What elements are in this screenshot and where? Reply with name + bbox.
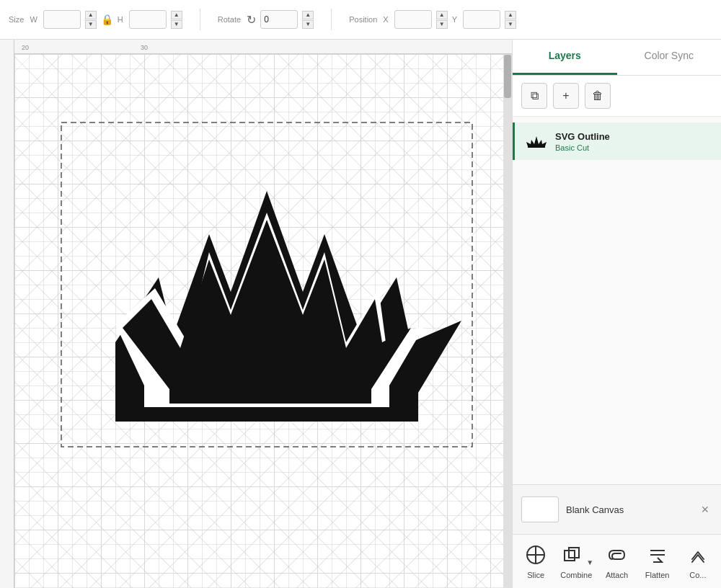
layer-info: SVG Outline Basic Cut — [555, 131, 610, 152]
rotate-down[interactable]: ▼ — [302, 20, 314, 29]
height-spinner[interactable]: ▲ ▼ — [171, 11, 182, 29]
layer-type: Basic Cut — [555, 143, 610, 152]
width-up[interactable]: ▲ — [85, 11, 97, 19]
more-icon — [685, 542, 711, 568]
x-down[interactable]: ▼ — [436, 20, 448, 29]
y-spinner[interactable]: ▲ ▼ — [505, 11, 516, 29]
combine-icon — [559, 542, 585, 568]
height-down[interactable]: ▼ — [171, 20, 182, 29]
x-up[interactable]: ▲ — [436, 11, 448, 19]
width-input[interactable] — [43, 10, 81, 29]
blank-canvas-panel: Blank Canvas ✕ — [513, 484, 721, 534]
combine-button[interactable]: ▼ Combine — [557, 542, 595, 579]
y-label: Y — [452, 15, 457, 24]
top-toolbar: Size W ▲ ▼ 🔒 H ▲ ▼ Rotate ↻ ▲ ▼ Position… — [0, 0, 721, 40]
size-label: Size — [9, 15, 24, 24]
copy-icon: ⧉ — [531, 89, 539, 102]
tab-colorsync-label: Color Sync — [645, 50, 694, 61]
ruler-vertical — [0, 40, 14, 588]
panel-toolbar: ⧉ + 🗑 — [513, 76, 721, 117]
tabs: Layers Color Sync — [513, 40, 721, 76]
ruler-h-mark-30: 30 — [141, 44, 148, 51]
copy-layer-button[interactable]: ⧉ — [521, 83, 547, 109]
add-icon: + — [562, 89, 569, 102]
more-label: Co... — [689, 571, 706, 579]
main-area: 20 30 — [0, 40, 721, 588]
ruler-horizontal: 20 30 — [0, 40, 512, 54]
tab-layers-label: Layers — [549, 50, 581, 61]
y-down[interactable]: ▼ — [505, 20, 516, 29]
blank-canvas-label: Blank Canvas — [566, 504, 624, 515]
width-spinner[interactable]: ▲ ▼ — [85, 11, 97, 29]
crown-svg[interactable] — [58, 119, 476, 450]
x-label: X — [383, 15, 388, 24]
slice-icon — [523, 542, 549, 568]
blank-canvas-row[interactable]: Blank Canvas ✕ — [521, 492, 712, 527]
blank-canvas-thumbnail — [521, 496, 559, 522]
flatten-label: Flatten — [645, 571, 670, 579]
sep2 — [331, 9, 332, 30]
height-input[interactable] — [129, 10, 167, 29]
y-input[interactable] — [463, 10, 500, 29]
delete-layer-button[interactable]: 🗑 — [585, 83, 611, 109]
x-input[interactable] — [394, 10, 432, 29]
add-layer-button[interactable]: + — [553, 83, 579, 109]
rotate-group: Rotate ↻ ▲ ▼ — [218, 10, 314, 29]
x-spinner[interactable]: ▲ ▼ — [436, 11, 448, 29]
flatten-button[interactable]: Flatten — [639, 542, 676, 579]
layer-name: SVG Outline — [555, 131, 610, 142]
slice-button[interactable]: Slice — [517, 542, 554, 579]
crown-container[interactable] — [58, 119, 476, 450]
canvas-content[interactable] — [14, 54, 503, 588]
attach-icon — [603, 542, 629, 568]
sep1 — [200, 9, 200, 30]
height-up[interactable]: ▲ — [171, 11, 182, 19]
slice-label: Slice — [527, 571, 544, 579]
width-down[interactable]: ▼ — [85, 20, 97, 29]
rotate-up[interactable]: ▲ — [302, 11, 314, 19]
bottom-actions-bar: Slice ▼ Combine — [513, 534, 721, 588]
more-button[interactable]: Co... — [679, 542, 717, 579]
layers-list: SVG Outline Basic Cut — [513, 117, 721, 484]
right-panel: Layers Color Sync ⧉ + 🗑 — [512, 40, 721, 588]
rotate-spinner[interactable]: ▲ ▼ — [302, 11, 314, 29]
rotate-input[interactable] — [260, 10, 298, 29]
combine-label: Combine — [560, 571, 592, 579]
layer-thumbnail — [525, 130, 548, 153]
lock-icon[interactable]: 🔒 — [101, 14, 113, 25]
attach-label: Attach — [606, 571, 628, 579]
combine-arrow[interactable]: ▼ — [586, 558, 593, 566]
layer-item-svg-outline[interactable]: SVG Outline Basic Cut — [513, 122, 721, 160]
scrollbar-vertical[interactable] — [503, 54, 512, 588]
w-label: W — [30, 15, 37, 24]
tab-layers[interactable]: Layers — [513, 40, 617, 75]
flatten-icon — [645, 542, 671, 568]
rotate-label: Rotate — [218, 15, 241, 24]
attach-button[interactable]: Attach — [598, 542, 635, 579]
tab-colorsync[interactable]: Color Sync — [617, 40, 722, 75]
h-label: H — [118, 15, 123, 24]
rotate-icon: ↻ — [247, 13, 256, 27]
position-label: Position — [349, 15, 377, 24]
blank-canvas-close[interactable]: ✕ — [698, 502, 712, 517]
scrollbar-thumb[interactable] — [504, 55, 511, 98]
canvas-area[interactable]: 20 30 — [0, 40, 512, 588]
delete-icon: 🗑 — [592, 89, 603, 102]
combine-with-arrow: ▼ — [559, 542, 593, 568]
size-group: Size W ▲ ▼ 🔒 H ▲ ▼ — [9, 10, 182, 29]
position-group: Position X ▲ ▼ Y ▲ ▼ — [349, 10, 516, 29]
ruler-h-mark-20: 20 — [22, 44, 29, 51]
y-up[interactable]: ▲ — [505, 11, 516, 19]
